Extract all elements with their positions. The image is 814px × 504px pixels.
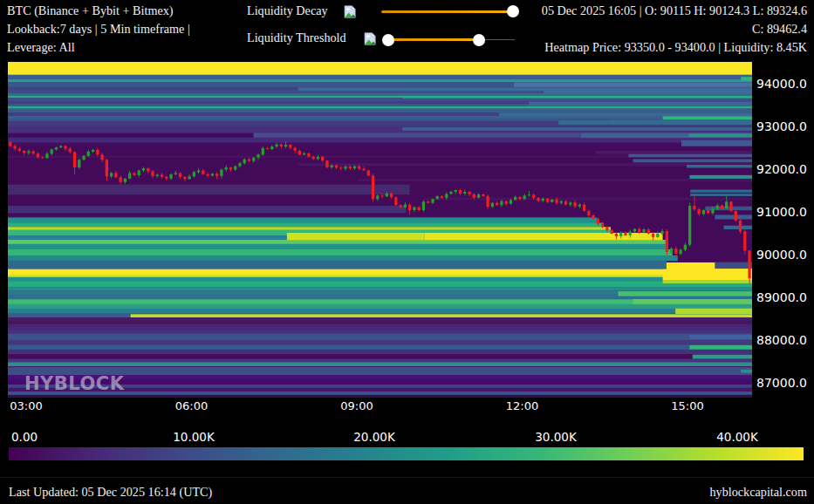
candle-body — [418, 208, 421, 210]
candle-body — [27, 151, 30, 153]
candle-body — [142, 168, 145, 170]
candle-body — [110, 173, 113, 176]
heatmap-band — [689, 345, 752, 350]
heatmap-band — [8, 116, 752, 119]
candle-body — [514, 197, 516, 200]
heatmap-band — [358, 179, 752, 181]
heatmap-band — [8, 354, 752, 359]
candle-body — [23, 151, 25, 153]
heatmap-band — [689, 335, 752, 339]
heatmap-band — [8, 329, 752, 334]
liquidity-threshold-slider-track[interactable] — [387, 38, 479, 42]
heatmap-band — [8, 395, 752, 398]
heatmap-band — [8, 317, 752, 321]
candle-body — [225, 167, 228, 169]
y-axis-label: 92000.0 — [756, 162, 807, 176]
candle-body — [367, 170, 370, 175]
candle-body — [463, 192, 466, 194]
liquidity-decay-label: Liquidity Decay — [247, 3, 328, 18]
candle-body — [69, 148, 72, 152]
liquidity-threshold-high-handle[interactable] — [473, 34, 485, 46]
heatmap-candle-chart[interactable] — [8, 62, 752, 398]
candle-body — [311, 157, 314, 159]
candle-body — [169, 174, 172, 179]
heatmap-band — [8, 206, 406, 213]
heatmap-band — [633, 299, 752, 304]
heatmap-band — [724, 226, 752, 229]
heatmap-band — [544, 89, 752, 93]
heatmap-band — [514, 83, 752, 87]
candle-body — [523, 195, 526, 199]
x-axis-label: 03:00 — [2, 399, 51, 412]
candle-body — [289, 145, 291, 147]
liquidity-decay-slider-track[interactable] — [381, 10, 516, 14]
candle-body — [321, 157, 324, 160]
candle-body — [9, 142, 11, 146]
candle-body — [455, 190, 457, 192]
candle-body — [128, 173, 131, 178]
candle-body — [702, 210, 705, 214]
candle-body — [660, 231, 663, 234]
candle-body — [147, 168, 149, 171]
candle-body — [449, 192, 452, 194]
candle-body — [532, 194, 535, 197]
heatmap-band — [8, 93, 752, 97]
candle-body — [735, 211, 737, 221]
colorbar-label: 20.00K — [344, 430, 405, 444]
heatmap-band — [8, 240, 667, 244]
candle-body — [518, 197, 521, 199]
heatmap-band — [741, 370, 752, 373]
candle-body — [473, 194, 475, 198]
candle-body — [96, 150, 99, 154]
candle-body — [266, 148, 269, 149]
candle-body — [64, 146, 66, 149]
candle-body — [725, 201, 728, 208]
candle-body — [642, 229, 645, 232]
x-axis-label: 06:00 — [168, 399, 216, 412]
candle-body — [339, 168, 342, 169]
symbol-title: BTC (Binance + Bybit + Bitmex) — [7, 3, 174, 18]
candle-body — [114, 173, 117, 177]
candle-body — [528, 194, 530, 195]
heatmap-band — [8, 98, 752, 101]
candle-body — [394, 197, 397, 205]
heatmap-band — [8, 143, 752, 146]
heatmap-band — [8, 309, 752, 313]
candle-body — [174, 173, 177, 174]
candle-body — [380, 195, 383, 196]
candle-body — [87, 152, 90, 156]
heatmap-band — [8, 327, 752, 330]
heatmap-band — [715, 215, 752, 219]
liquidity-threshold-low-handle[interactable] — [382, 34, 394, 46]
candle-body — [179, 173, 181, 176]
candle-body — [183, 177, 186, 179]
candle-body — [270, 146, 273, 149]
candle-body — [349, 167, 352, 168]
candle-body — [55, 147, 58, 149]
heatmap-band — [8, 281, 752, 288]
heatmap-band — [690, 190, 752, 193]
heatmap-band — [8, 287, 752, 291]
y-axis-label: 89000.0 — [756, 290, 807, 304]
candle-body — [647, 229, 650, 234]
heatmap-band — [298, 163, 752, 166]
leverage-info: Leverage: All — [7, 40, 75, 55]
candle-body — [583, 205, 585, 211]
candle-body — [592, 215, 594, 219]
candle-body — [307, 153, 310, 157]
heatmap-band — [425, 233, 663, 240]
candle-body — [619, 233, 622, 236]
candle-body — [78, 160, 80, 167]
candle-body — [303, 153, 305, 154]
site-link[interactable]: hyblockcapital.com — [710, 485, 808, 500]
liquidity-decay-slider-handle[interactable] — [507, 5, 519, 17]
broken-image-icon — [344, 5, 356, 18]
candle-body — [468, 192, 470, 194]
candle-body — [372, 175, 374, 199]
y-axis-label: 94000.0 — [756, 77, 807, 91]
candle-body — [358, 167, 360, 169]
x-axis-label: 15:00 — [663, 399, 712, 412]
candle-body — [37, 153, 39, 157]
candle-body — [92, 150, 94, 152]
candle-body — [666, 231, 668, 252]
